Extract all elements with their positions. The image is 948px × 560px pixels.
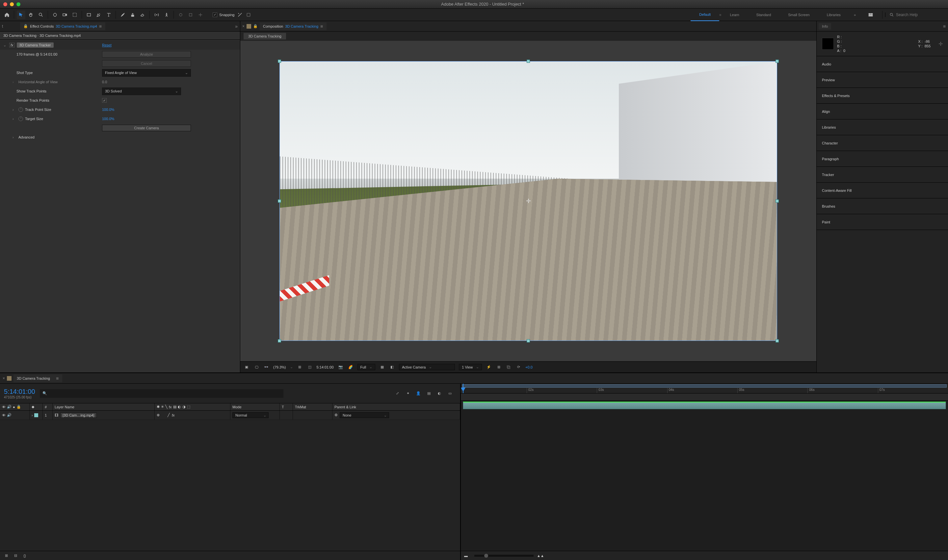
zoom-window-button[interactable] [17,2,20,6]
transform-handle[interactable] [527,339,530,343]
transform-handle[interactable] [775,60,779,63]
blend-mode-dropdown[interactable]: Normal [233,412,268,418]
pen-tool-icon[interactable] [94,11,103,19]
panel-accordion-align[interactable]: Align [817,104,948,120]
info-tab[interactable]: Info [819,23,831,29]
timeline-track-area[interactable] [461,394,948,551]
transform-handle[interactable] [278,339,281,343]
transform-handle[interactable] [278,60,281,63]
workspace-tab-learn[interactable]: Learn [721,9,748,21]
twirl-right-icon[interactable]: › [12,117,17,121]
workspace-tab-default[interactable]: Default [691,9,719,21]
zoom-in-icon[interactable]: ▲▲ [537,554,544,558]
close-tab-icon[interactable]: × [3,376,5,381]
panel-overflow-icon[interactable]: » [235,24,238,29]
timeline-icon[interactable]: ⊞ [496,364,502,370]
extra-tool-1-icon[interactable] [176,11,185,19]
workspace-menu-icon[interactable] [866,11,875,19]
panel-menu-icon[interactable]: ≡ [943,24,946,29]
clone-stamp-tool-icon[interactable] [128,11,137,19]
close-tab-icon[interactable]: × [242,24,245,29]
timeline-ruler[interactable]: 02s03s04s05s06s07s [461,384,948,394]
resolution-icon[interactable]: ⊞ [297,364,303,370]
create-camera-button[interactable]: Create Camera [102,125,191,131]
orbit-tool-icon[interactable] [51,11,59,19]
reset-link[interactable]: Reset [102,43,112,47]
panel-accordion-character[interactable]: Character [817,135,948,151]
tab-menu-icon[interactable]: ≡ [320,24,323,29]
snapping-toggle[interactable]: Snapping [213,11,252,19]
timeline-search[interactable]: 🔍 [40,389,284,398]
panel-accordion-libraries[interactable]: Libraries [817,120,948,135]
brush-tool-icon[interactable] [119,11,127,19]
effect-name[interactable]: 3D Camera Tracker [17,42,54,48]
playhead[interactable] [463,384,464,393]
advanced-row[interactable]: ›Advanced [0,132,240,142]
video-column-icon[interactable]: 👁 [2,405,6,409]
composition-canvas[interactable]: ✛ [279,61,777,341]
workspace-overflow-icon[interactable]: » [849,9,860,21]
viewer-timecode[interactable]: 5:14:01:00 [317,365,334,369]
panel-accordion-paragraph[interactable]: Paragraph [817,151,948,167]
track-point-size-value[interactable]: 100.0% [102,108,114,112]
zoom-out-icon[interactable]: ▬ [464,554,468,558]
hand-tool-icon[interactable] [27,11,35,19]
extra-tool-3-icon[interactable] [196,11,205,19]
pickwhip-icon[interactable]: ⚙ [334,413,338,417]
twirl-right-icon[interactable]: › [12,108,17,112]
comp-mini-flowchart-icon[interactable]: ⤢ [395,391,400,397]
fx-badge-icon[interactable]: fx [9,43,15,48]
effect-controls-tab[interactable]: 🔒 Effect Controls 3D Camera Tracking.mp4… [20,22,105,30]
views-dropdown[interactable]: 1 View [459,364,482,370]
panel-accordion-paint[interactable]: Paint [817,214,948,230]
panel-accordion-audio[interactable]: Audio [817,56,948,72]
show-track-points-dropdown[interactable]: 3D Solved [102,88,181,95]
toggle-brackets-icon[interactable]: {} [22,553,28,559]
timeline-tab[interactable]: 3D Camera Tracking ≡ [14,374,62,382]
fast-preview-icon[interactable]: ⚡ [486,364,492,370]
zoom-level[interactable]: (79.3%) [273,365,286,369]
workspace-tab-small-screen[interactable]: Small Screen [780,9,818,21]
current-timecode[interactable]: 5:14:01:00 [4,388,35,395]
transform-handle[interactable] [775,199,779,203]
panel-accordion-tracker[interactable]: Tracker [817,167,948,183]
analyze-button[interactable]: Analyze [102,51,191,58]
render-track-points-checkbox[interactable] [102,98,106,103]
close-window-button[interactable] [3,2,7,6]
camera-tool-icon[interactable] [60,11,69,19]
shy-icon[interactable]: 👤 [415,391,421,397]
mask-icon[interactable]: 👓 [264,364,269,370]
type-tool-icon[interactable] [104,11,113,19]
work-area-bar[interactable] [462,384,947,388]
panel-accordion-content-aware-fill[interactable]: Content-Aware Fill [817,183,948,198]
parent-dropdown[interactable]: None [340,412,389,418]
home-icon[interactable] [3,11,11,19]
snapshot-icon[interactable]: 📷 [338,364,344,370]
stopwatch-icon[interactable] [18,107,23,112]
layer-name[interactable]: [3D Cam…ing.mp4] [60,412,97,418]
transform-handle[interactable] [278,199,281,203]
stopwatch-icon[interactable] [18,117,23,121]
panel-accordion-preview[interactable]: Preview [817,72,948,88]
solo-column-icon[interactable]: ● [13,405,15,409]
monitor-icon[interactable]: 🖵 [253,364,259,370]
snap-option-2-icon[interactable] [245,11,252,19]
timeline-layer-row[interactable]: 👁 🔊 › 1 🎞 [3D Cam…ing.mp4] ⊕ ╱ fx Normal [0,411,460,420]
flowchart-icon[interactable]: ⿻ [506,364,512,370]
twirl-right-icon[interactable]: › [12,135,17,139]
quality-switch[interactable]: ╱ [168,413,170,417]
zoom-tool-icon[interactable] [37,11,45,19]
effect-header-row[interactable]: ⌄ fx 3D Camera Tracker Reset [0,40,240,50]
transform-handle[interactable] [527,60,530,63]
snapping-checkbox[interactable] [213,12,217,17]
transform-handle[interactable] [775,339,779,343]
viewport-icon[interactable]: ▣ [244,364,250,370]
label-color[interactable] [34,413,38,417]
twirl-down-icon[interactable]: ⌄ [3,43,7,48]
toggle-modes-icon[interactable]: ⊟ [12,553,18,559]
composition-tab[interactable]: Composition 3D Camera Tracking ≡ [260,22,327,30]
shy-switch[interactable]: ⊕ [157,413,160,417]
twirl-right-icon[interactable]: › [12,80,17,84]
toggle-switches-icon[interactable]: ⊞ [3,553,9,559]
timeline-zoom-slider[interactable] [474,555,533,557]
